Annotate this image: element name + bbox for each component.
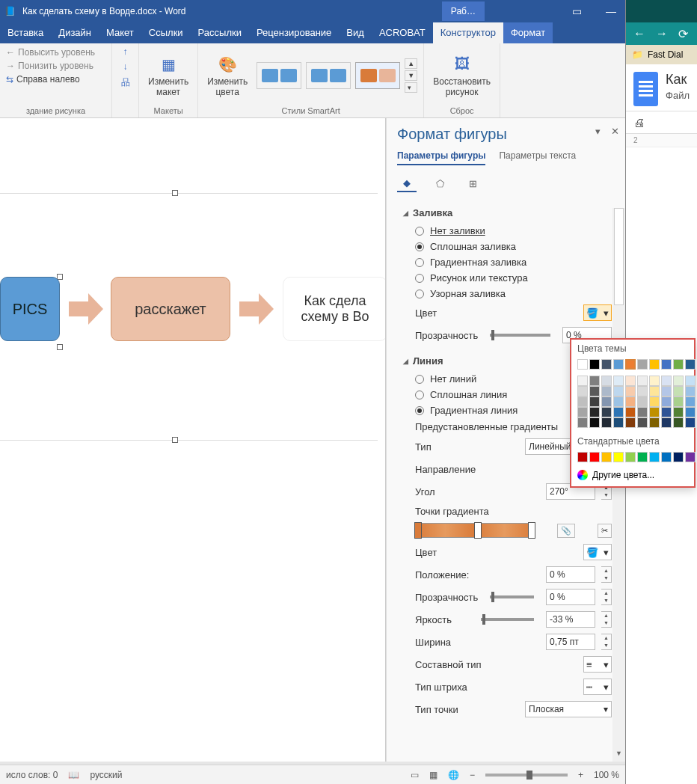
color-swatch[interactable] (589, 407, 600, 417)
position-input[interactable]: 0 % (546, 566, 595, 583)
color-swatch[interactable] (685, 452, 696, 462)
color-swatch[interactable] (625, 359, 636, 370)
color-swatch[interactable] (685, 396, 696, 407)
transparency2-input[interactable]: 0 % (546, 589, 595, 605)
move-up-icon[interactable]: ↑ (123, 46, 128, 57)
print-icon[interactable]: 🖨 (633, 116, 645, 129)
word-count[interactable]: исло слов: 0 (6, 770, 58, 780)
pane-options-icon[interactable]: ▾ (595, 126, 601, 137)
selection-handle[interactable] (172, 190, 178, 196)
color-swatch[interactable] (589, 376, 600, 386)
color-swatch[interactable] (649, 452, 660, 462)
color-swatch[interactable] (673, 359, 684, 370)
color-swatch[interactable] (649, 407, 660, 417)
gallery-more-icon[interactable]: ▾ (405, 82, 417, 93)
color-swatch[interactable] (613, 452, 624, 462)
transparency2-slider[interactable] (490, 595, 534, 598)
language-indicator[interactable]: русский (90, 770, 122, 780)
text-options-tab[interactable]: Параметры текста (499, 150, 576, 165)
color-swatch[interactable] (577, 359, 588, 370)
zoom-in-button[interactable]: + (578, 770, 583, 780)
tab-design[interactable]: Дизайн (51, 22, 99, 43)
color-swatch[interactable] (625, 376, 636, 386)
style-option-1[interactable] (257, 62, 301, 89)
layout-icon[interactable]: 品 (121, 76, 130, 89)
selection-handle[interactable] (172, 437, 178, 443)
gallery-down-icon[interactable]: ▼ (405, 70, 417, 81)
print-layout-icon[interactable]: ▦ (429, 770, 437, 780)
color-swatch[interactable] (685, 417, 696, 428)
color-swatch[interactable] (637, 417, 648, 428)
color-swatch[interactable] (685, 376, 696, 386)
tab-acrobat[interactable]: ACROBAT (372, 22, 433, 43)
color-swatch[interactable] (601, 376, 612, 386)
forward-icon[interactable]: → (656, 27, 668, 40)
smartart-style-gallery[interactable]: ▲ ▼ ▾ (257, 58, 417, 93)
brightness-spinner[interactable]: ▲▼ (601, 611, 612, 628)
color-swatch[interactable] (589, 452, 600, 462)
read-mode-icon[interactable]: ▭ (411, 770, 419, 780)
fill-solid-radio[interactable]: Сплошная заливка (403, 239, 615, 254)
color-swatch[interactable] (613, 396, 624, 407)
width-spinner[interactable]: ▲▼ (601, 634, 612, 650)
smartart-shape-2[interactable]: расскажет (111, 277, 230, 341)
color-swatch[interactable] (601, 417, 612, 428)
width-input[interactable]: 0,75 пт (546, 634, 595, 650)
color-swatch[interactable] (637, 376, 648, 386)
remove-stop-icon[interactable]: ✂ (598, 524, 612, 538)
color-swatch[interactable] (673, 407, 684, 417)
tab-view[interactable]: Вид (339, 22, 372, 43)
color-swatch[interactable] (577, 417, 588, 428)
color-swatch[interactable] (637, 407, 648, 417)
color-swatch[interactable] (649, 417, 660, 428)
cap-type-dropdown[interactable]: Плоская▾ (525, 701, 612, 717)
reload-icon[interactable]: ⟳ (678, 27, 688, 41)
transparency2-spinner[interactable]: ▲▼ (601, 589, 612, 605)
fill-section-header[interactable]: Заливка (403, 204, 615, 223)
change-colors-button[interactable]: 🎨 Изменить цвета (204, 52, 251, 99)
fill-gradient-radio[interactable]: Градиентная заливка (403, 254, 615, 270)
zoom-slider[interactable] (485, 774, 568, 777)
gdocs-menu-file[interactable]: Файл (666, 90, 690, 101)
color-swatch[interactable] (613, 417, 624, 428)
color-swatch[interactable] (601, 386, 612, 396)
color-swatch[interactable] (661, 407, 672, 417)
fill-color-button[interactable]: 🪣▾ (583, 304, 612, 321)
fill-none-radio[interactable]: Нет заливки (403, 223, 615, 239)
tab-mailings[interactable]: Рассылки (191, 22, 249, 43)
selection-handle[interactable] (57, 344, 63, 350)
web-layout-icon[interactable]: 🌐 (448, 770, 459, 780)
color-swatch[interactable] (637, 396, 648, 407)
color-swatch[interactable] (661, 386, 672, 396)
tab-layout[interactable]: Макет (99, 22, 141, 43)
brightness-slider[interactable] (481, 618, 535, 621)
smartart-shape-1[interactable]: PICS (0, 277, 60, 341)
gradient-stops-bar[interactable] (415, 523, 535, 538)
color-swatch[interactable] (601, 359, 612, 370)
tab-insert[interactable]: Вставка (0, 22, 51, 43)
color-swatch[interactable] (637, 386, 648, 396)
ribbon-display-button[interactable]: ▭ (559, 0, 594, 22)
color-swatch[interactable] (649, 396, 660, 407)
fill-pattern-radio[interactable]: Узорная заливка (403, 286, 615, 301)
reset-graphic-button[interactable]: 🖼 Восстановить рисунок (430, 52, 494, 99)
color-swatch[interactable] (577, 376, 588, 386)
compound-type-button[interactable]: ≡▾ (583, 656, 612, 673)
add-stop-icon[interactable]: 📎 (557, 524, 575, 538)
color-swatch[interactable] (577, 396, 588, 407)
color-swatch[interactable] (601, 396, 612, 407)
style-option-2[interactable] (306, 62, 351, 89)
fill-picture-radio[interactable]: Рисунок или текстура (403, 270, 615, 286)
color-swatch[interactable] (661, 396, 672, 407)
color-swatch[interactable] (625, 386, 636, 396)
color-swatch[interactable] (661, 417, 672, 428)
document-canvas[interactable]: PICS расскажет Как сдела схему в Во (0, 118, 386, 762)
color-swatch[interactable] (589, 386, 600, 396)
spellcheck-icon[interactable]: 📖 (68, 770, 79, 780)
minimize-button[interactable]: — (594, 0, 628, 22)
style-option-3[interactable] (355, 62, 400, 89)
move-down-icon[interactable]: ↓ (123, 61, 128, 72)
tab-references[interactable]: Ссылки (141, 22, 191, 43)
dash-type-button[interactable]: ┉▾ (583, 679, 612, 695)
shape-options-tab[interactable]: Параметры фигуры (397, 150, 485, 165)
